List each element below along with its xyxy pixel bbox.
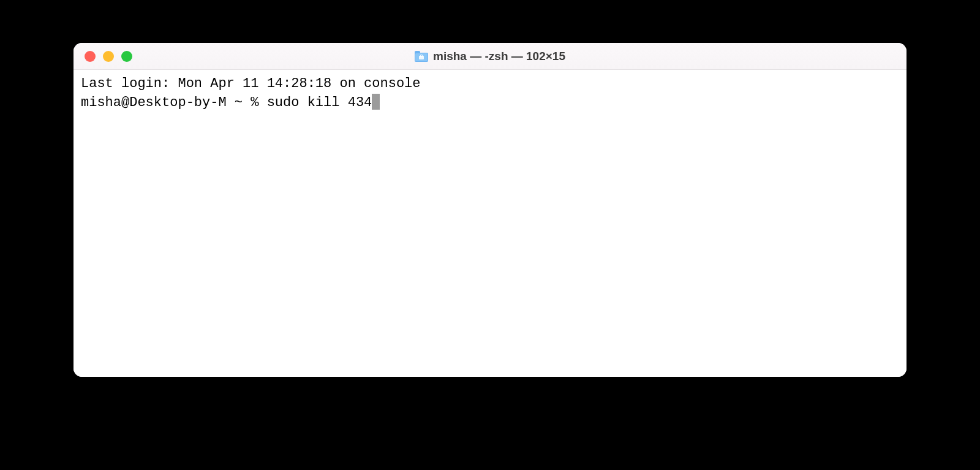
window-title: misha — -zsh — 102×15 xyxy=(433,50,565,63)
window-title-area: misha — -zsh — 102×15 xyxy=(83,50,897,63)
terminal-body[interactable]: Last login: Mon Apr 11 14:28:18 on conso… xyxy=(74,70,907,377)
shell-prompt: misha@Desktop-by-M ~ % xyxy=(81,95,267,110)
close-button[interactable] xyxy=(85,51,96,62)
last-login-line: Last login: Mon Apr 11 14:28:18 on conso… xyxy=(81,75,899,94)
minimize-button[interactable] xyxy=(103,51,114,62)
maximize-button[interactable] xyxy=(121,51,132,62)
window-controls xyxy=(85,51,132,62)
window-titlebar[interactable]: misha — -zsh — 102×15 xyxy=(74,43,907,70)
command-input[interactable]: sudo kill 434 xyxy=(267,95,372,110)
cursor xyxy=(372,94,380,110)
folder-icon xyxy=(415,51,428,62)
terminal-window: misha — -zsh — 102×15 Last login: Mon Ap… xyxy=(74,43,907,377)
